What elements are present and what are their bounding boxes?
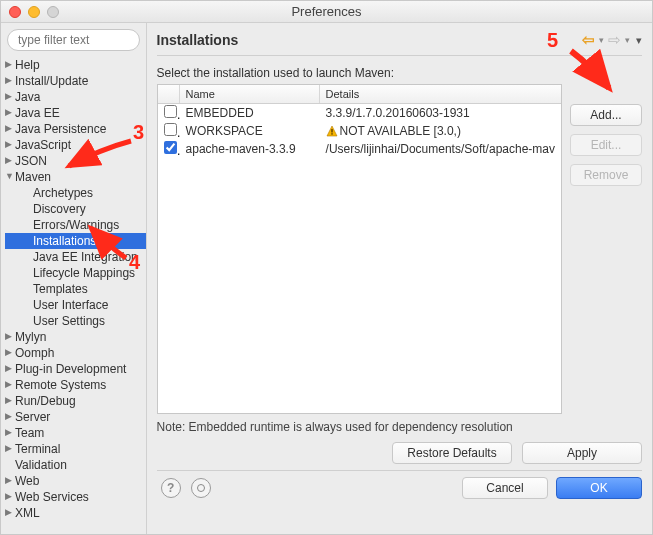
tree-item[interactable]: ▶Run/Debug	[5, 393, 146, 409]
chevron-right-icon[interactable]: ▶	[5, 504, 15, 520]
chevron-right-icon[interactable]: ▶	[5, 120, 15, 136]
col-name[interactable]: Name	[180, 85, 320, 103]
tree-item[interactable]: ▼Maven	[5, 169, 146, 185]
tree-item-label: XML	[15, 505, 40, 521]
chevron-right-icon[interactable]: ▶	[5, 328, 15, 344]
chevron-right-icon[interactable]: ▶	[5, 376, 15, 392]
tree-item-label: Mylyn	[15, 329, 46, 345]
tree-item[interactable]: User Settings	[5, 313, 146, 329]
tree-item[interactable]: Discovery	[5, 201, 146, 217]
chevron-right-icon[interactable]: ▶	[5, 152, 15, 168]
chevron-right-icon[interactable]: ▶	[5, 344, 15, 360]
chevron-right-icon[interactable]: ▶	[5, 104, 15, 120]
main-panel: Installations ⇦▾ ⇨▾ ▾ Select the install…	[147, 23, 652, 534]
chevron-right-icon[interactable]: ▶	[5, 136, 15, 152]
row-checkbox[interactable]	[164, 123, 177, 136]
tree-item-label: Install/Update	[15, 73, 88, 89]
tree-item-label: JavaScript	[15, 137, 71, 153]
filter-input[interactable]	[7, 29, 140, 51]
tree-item-label: Web	[15, 473, 39, 489]
forward-arrow-icon: ⇨	[606, 31, 623, 49]
tree-item[interactable]: User Interface	[5, 297, 146, 313]
tree-item[interactable]: Validation	[5, 457, 146, 473]
window-title: Preferences	[9, 4, 644, 19]
tree-item[interactable]: Archetypes	[5, 185, 146, 201]
add-button[interactable]: Add...	[570, 104, 642, 126]
tree-item[interactable]: ▶Oomph	[5, 345, 146, 361]
tree-item-label: Java Persistence	[15, 121, 106, 137]
chevron-right-icon[interactable]: ▶	[5, 360, 15, 376]
help-icon[interactable]: ?	[161, 478, 181, 498]
row-name: apache-maven-3.3.9	[180, 142, 320, 156]
minimize-icon[interactable]	[28, 6, 40, 18]
tree-item-label: Oomph	[15, 345, 54, 361]
apply-button[interactable]: Apply	[522, 442, 642, 464]
tree-item[interactable]: Lifecycle Mappings	[5, 265, 146, 281]
chevron-right-icon[interactable]: ▶	[5, 408, 15, 424]
row-checkbox[interactable]	[164, 141, 177, 154]
installations-table[interactable]: Name Details EMBEDDED3.3.9/1.7.0.2016060…	[157, 84, 562, 414]
tree-item[interactable]: Errors/Warnings	[5, 217, 146, 233]
tree-item[interactable]: ▶Web Services	[5, 489, 146, 505]
tree-item[interactable]: ▶Plug-in Development	[5, 361, 146, 377]
table-header: Name Details	[158, 85, 561, 104]
history-nav: ⇦▾ ⇨▾ ▾	[580, 31, 642, 49]
menu-dropdown-icon[interactable]: ▾	[636, 34, 642, 47]
tree-item-label: Maven	[15, 169, 51, 185]
chevron-right-icon[interactable]: ▶	[5, 72, 15, 88]
chevron-right-icon[interactable]: ▶	[5, 472, 15, 488]
tree-item[interactable]: Templates	[5, 281, 146, 297]
ok-button[interactable]: OK	[556, 477, 642, 499]
cancel-button[interactable]: Cancel	[462, 477, 548, 499]
tree-item[interactable]: ▶Web	[5, 473, 146, 489]
sidebar: ▶Help▶Install/Update▶Java▶Java EE▶Java P…	[1, 23, 147, 534]
tree-item[interactable]: ▶JavaScript	[5, 137, 146, 153]
tree-item[interactable]: ▶Team	[5, 425, 146, 441]
svg-rect-0	[331, 129, 332, 133]
tree-item-label: Installations	[33, 233, 96, 249]
tree-item[interactable]: ▶JSON	[5, 153, 146, 169]
row-details: /Users/lijinhai/Documents/Soft/apache-ma…	[320, 142, 561, 156]
tree-item[interactable]: ▶Install/Update	[5, 73, 146, 89]
tree-item[interactable]: ▶Help	[5, 57, 146, 73]
row-checkbox[interactable]	[164, 105, 177, 118]
tree-item-label: User Settings	[33, 313, 105, 329]
chevron-right-icon[interactable]: ▶	[5, 488, 15, 504]
back-arrow-icon[interactable]: ⇦	[580, 31, 597, 49]
progress-icon[interactable]	[191, 478, 211, 498]
page-description: Select the installation used to launch M…	[157, 66, 642, 80]
chevron-right-icon[interactable]: ▶	[5, 424, 15, 440]
table-row[interactable]: apache-maven-3.3.9/Users/lijinhai/Docume…	[158, 140, 561, 158]
tree-item[interactable]: ▶Java Persistence	[5, 121, 146, 137]
remove-button: Remove	[570, 164, 642, 186]
tree-item[interactable]: ▶Mylyn	[5, 329, 146, 345]
tree-item-label: User Interface	[33, 297, 108, 313]
warning-icon	[326, 125, 338, 137]
tree-item[interactable]: Installations	[5, 233, 146, 249]
chevron-right-icon[interactable]: ▶	[5, 392, 15, 408]
table-row[interactable]: EMBEDDED3.3.9/1.7.0.20160603-1931	[158, 104, 561, 122]
titlebar: Preferences	[1, 1, 652, 23]
zoom-icon	[47, 6, 59, 18]
tree-item[interactable]: ▶Java	[5, 89, 146, 105]
chevron-right-icon[interactable]: ▶	[5, 56, 15, 72]
close-icon[interactable]	[9, 6, 21, 18]
tree-item[interactable]: Java EE Integration	[5, 249, 146, 265]
tree-item[interactable]: ▶Server	[5, 409, 146, 425]
tree-item-label: Lifecycle Mappings	[33, 265, 135, 281]
col-details[interactable]: Details	[320, 85, 561, 103]
chevron-right-icon[interactable]: ▶	[5, 440, 15, 456]
tree-item[interactable]: ▶Terminal	[5, 441, 146, 457]
tree-item[interactable]: ▶Remote Systems	[5, 377, 146, 393]
tree-item-label: Plug-in Development	[15, 361, 126, 377]
restore-defaults-button[interactable]: Restore Defaults	[392, 442, 512, 464]
tree-item-label: Help	[15, 57, 40, 73]
tree-item-label: Remote Systems	[15, 377, 106, 393]
tree-item[interactable]: ▶XML	[5, 505, 146, 521]
tree-item[interactable]: ▶Java EE	[5, 105, 146, 121]
tree-item-label: Run/Debug	[15, 393, 76, 409]
chevron-down-icon[interactable]: ▼	[5, 168, 15, 184]
preference-tree[interactable]: ▶Help▶Install/Update▶Java▶Java EE▶Java P…	[1, 55, 146, 534]
chevron-right-icon[interactable]: ▶	[5, 88, 15, 104]
table-row[interactable]: WORKSPACENOT AVAILABLE [3.0,)	[158, 122, 561, 140]
